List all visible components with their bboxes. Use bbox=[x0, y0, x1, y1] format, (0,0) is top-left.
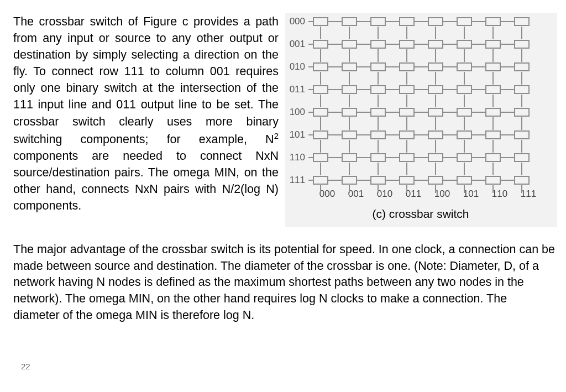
column-label: 011 bbox=[399, 189, 428, 200]
horizontal-connector bbox=[386, 66, 399, 67]
switch-node bbox=[514, 40, 530, 49]
switch-node bbox=[485, 85, 501, 94]
grid-row: 001 bbox=[289, 39, 553, 49]
horizontal-connector bbox=[501, 134, 514, 135]
row-label: 100 bbox=[289, 107, 305, 118]
row-stub bbox=[308, 21, 313, 22]
horizontal-connector bbox=[501, 89, 514, 90]
switch-node bbox=[485, 62, 501, 71]
row-stub bbox=[308, 157, 313, 158]
row-label: 110 bbox=[289, 152, 305, 163]
horizontal-connector bbox=[443, 44, 457, 45]
switch-node bbox=[313, 108, 328, 117]
switch-node bbox=[370, 130, 386, 139]
row-label: 011 bbox=[289, 84, 305, 95]
grid-wrap: 000001010011100101110111 000001010011100… bbox=[289, 17, 553, 200]
horizontal-connector bbox=[501, 66, 514, 67]
horizontal-connector bbox=[415, 180, 428, 181]
switch-node bbox=[514, 176, 530, 185]
switch-node bbox=[399, 85, 415, 94]
column-label: 110 bbox=[485, 189, 514, 200]
column-labels: 000001010011100101110111 bbox=[313, 189, 553, 200]
slide-page: The crossbar switch of Figure c provides… bbox=[0, 0, 566, 392]
switch-node bbox=[342, 62, 357, 71]
switch-node bbox=[313, 176, 328, 185]
horizontal-connector bbox=[386, 157, 399, 158]
column-label: 010 bbox=[370, 189, 399, 200]
horizontal-connector bbox=[328, 134, 342, 135]
column-label: 100 bbox=[428, 189, 457, 200]
grid-row: 110 bbox=[289, 153, 553, 163]
horizontal-connector bbox=[357, 89, 370, 90]
horizontal-connector bbox=[443, 180, 457, 181]
switch-node bbox=[428, 176, 443, 185]
switch-node bbox=[342, 17, 357, 26]
horizontal-connector bbox=[443, 66, 457, 67]
row-label: 101 bbox=[289, 129, 305, 140]
horizontal-connector bbox=[328, 157, 342, 158]
switch-node bbox=[485, 40, 501, 49]
horizontal-connector bbox=[472, 21, 485, 22]
switch-node bbox=[399, 176, 415, 185]
switch-node bbox=[514, 85, 530, 94]
grid-row: 000 bbox=[289, 17, 553, 27]
switch-node bbox=[399, 40, 415, 49]
switch-node bbox=[457, 153, 472, 162]
switch-node bbox=[370, 62, 386, 71]
horizontal-connector bbox=[328, 66, 342, 67]
row-stub bbox=[308, 134, 313, 135]
row-stub bbox=[308, 180, 313, 181]
horizontal-connector bbox=[472, 112, 485, 113]
switch-node bbox=[428, 108, 443, 117]
horizontal-connector bbox=[415, 134, 428, 135]
horizontal-connector bbox=[472, 44, 485, 45]
paragraph-2: The major advantage of the crossbar swit… bbox=[13, 242, 555, 323]
switch-node bbox=[428, 153, 443, 162]
switch-node bbox=[485, 130, 501, 139]
switch-node bbox=[485, 176, 501, 185]
column-label: 101 bbox=[457, 189, 485, 200]
switch-grid: 000001010011100101110111 bbox=[289, 17, 553, 185]
switch-node bbox=[313, 153, 328, 162]
row-stub bbox=[308, 44, 313, 45]
horizontal-connector bbox=[328, 180, 342, 181]
switch-node bbox=[399, 108, 415, 117]
horizontal-connector bbox=[415, 21, 428, 22]
horizontal-connector bbox=[357, 21, 370, 22]
horizontal-connector bbox=[443, 89, 457, 90]
horizontal-connector bbox=[328, 89, 342, 90]
horizontal-connector bbox=[415, 44, 428, 45]
switch-node bbox=[342, 85, 357, 94]
row-stub bbox=[308, 112, 313, 113]
horizontal-connector bbox=[328, 112, 342, 113]
horizontal-connector bbox=[472, 180, 485, 181]
row-label: 000 bbox=[289, 16, 305, 27]
switch-node bbox=[428, 85, 443, 94]
row-stub bbox=[308, 89, 313, 90]
switch-node bbox=[370, 153, 386, 162]
grid-row: 111 bbox=[289, 175, 553, 185]
grid-row: 011 bbox=[289, 85, 553, 95]
horizontal-connector bbox=[357, 180, 370, 181]
horizontal-connector bbox=[357, 112, 370, 113]
horizontal-connector bbox=[501, 157, 514, 158]
horizontal-connector bbox=[501, 44, 514, 45]
horizontal-connector bbox=[443, 112, 457, 113]
grid-row: 101 bbox=[289, 130, 553, 140]
horizontal-connector bbox=[357, 44, 370, 45]
superscript-2: 2 bbox=[274, 131, 279, 140]
switch-node bbox=[428, 40, 443, 49]
grid-row: 010 bbox=[289, 62, 553, 72]
crossbar-figure: 000001010011100101110111 000001010011100… bbox=[285, 13, 557, 227]
column-label: 000 bbox=[313, 189, 342, 200]
horizontal-connector bbox=[386, 44, 399, 45]
row-label: 111 bbox=[289, 175, 305, 186]
switch-node bbox=[514, 153, 530, 162]
horizontal-connector bbox=[501, 180, 514, 181]
horizontal-connector bbox=[386, 112, 399, 113]
switch-node bbox=[485, 17, 501, 26]
top-section: The crossbar switch of Figure c provides… bbox=[13, 13, 557, 227]
column-label: 001 bbox=[342, 189, 370, 200]
switch-node bbox=[370, 176, 386, 185]
horizontal-connector bbox=[472, 66, 485, 67]
